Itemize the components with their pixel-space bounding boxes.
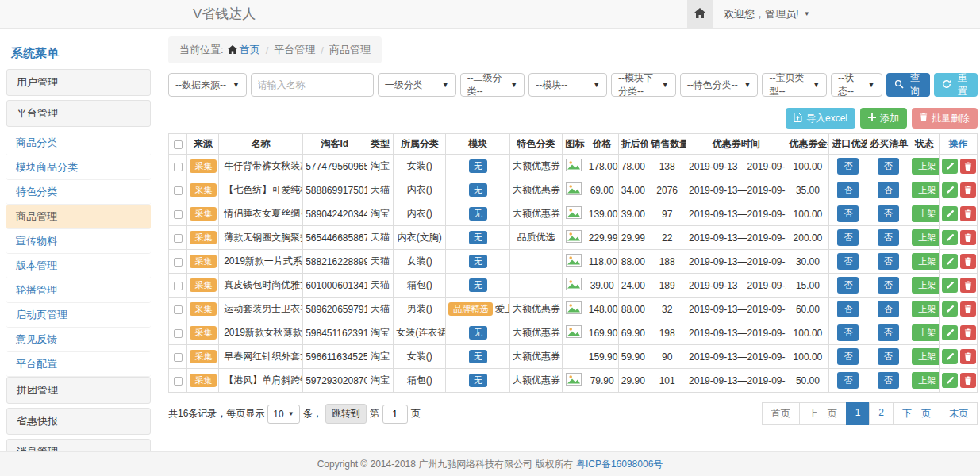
select-all-checkbox[interactable] — [174, 140, 183, 149]
must-buy-toggle[interactable]: 否 — [878, 372, 899, 389]
page-button[interactable]: 上一页 — [799, 402, 847, 425]
must-buy-toggle[interactable]: 否 — [878, 158, 899, 175]
must-buy-toggle[interactable]: 否 — [878, 301, 899, 317]
row-checkbox[interactable] — [174, 377, 183, 386]
import-select-toggle[interactable]: 否 — [837, 277, 859, 294]
status-toggle[interactable]: 上架 — [912, 205, 939, 222]
edit-button[interactable] — [942, 254, 958, 269]
must-buy-toggle[interactable]: 否 — [878, 253, 899, 270]
sidebar-item-group-buy-management[interactable]: 拼团管理 — [6, 377, 151, 404]
sidebar-item-goods-management[interactable]: 商品管理 — [6, 205, 151, 229]
import-select-toggle[interactable]: 否 — [837, 372, 859, 389]
status-toggle[interactable]: 上架 — [912, 182, 939, 198]
level2-category-select[interactable]: --二级分类--▼ — [460, 73, 525, 97]
level1-category-select[interactable]: 一级分类▼ — [378, 73, 456, 97]
must-buy-toggle[interactable]: 否 — [878, 205, 899, 222]
delete-button[interactable] — [960, 230, 976, 245]
page-button[interactable]: 1 — [846, 402, 870, 425]
delete-button[interactable] — [960, 182, 976, 198]
status-toggle[interactable]: 上架 — [912, 348, 939, 365]
feature-category-select[interactable]: --特色分类--▼ — [680, 73, 759, 97]
edit-button[interactable] — [942, 206, 958, 221]
home-button[interactable] — [687, 0, 713, 28]
delete-button[interactable] — [960, 301, 976, 317]
icp-link[interactable]: 粤ICP备16098006号 — [576, 458, 663, 471]
batch-delete-button[interactable]: 批量删除 — [912, 108, 978, 129]
sidebar-item-feature-category[interactable]: 特色分类 — [6, 180, 151, 205]
status-toggle[interactable]: 上架 — [912, 158, 939, 175]
breadcrumb-home-link[interactable]: 首页 — [228, 43, 260, 57]
delete-button[interactable] — [960, 159, 976, 174]
data-source-select[interactable]: --数据来源--▼ — [168, 73, 247, 97]
must-buy-toggle[interactable]: 否 — [878, 324, 899, 341]
edit-button[interactable] — [942, 182, 958, 198]
reset-button[interactable]: 重置 — [934, 73, 978, 97]
edit-button[interactable] — [942, 159, 958, 174]
delete-button[interactable] — [960, 325, 976, 340]
sidebar-item-user-management[interactable]: 用户管理 — [6, 69, 151, 96]
edit-button[interactable] — [942, 230, 958, 245]
status-toggle[interactable]: 上架 — [912, 229, 939, 246]
must-buy-toggle[interactable]: 否 — [878, 348, 899, 365]
sidebar-item-version-management[interactable]: 版本管理 — [6, 254, 151, 278]
status-toggle[interactable]: 上架 — [912, 372, 939, 389]
user-menu[interactable]: 欢迎您，管理员! ▼ — [713, 0, 821, 28]
status-select[interactable]: --状态--▼ — [831, 73, 882, 97]
sidebar-item-goods-category[interactable]: 商品分类 — [6, 131, 151, 155]
import-select-toggle[interactable]: 否 — [837, 301, 859, 317]
row-checkbox[interactable] — [174, 210, 183, 219]
edit-button[interactable] — [942, 301, 958, 317]
name-input[interactable] — [251, 73, 374, 97]
page-button[interactable]: 首页 — [762, 402, 800, 425]
delete-button[interactable] — [960, 206, 976, 221]
jump-button[interactable]: 跳转到 — [325, 404, 367, 424]
row-checkbox[interactable] — [174, 305, 183, 314]
status-toggle[interactable]: 上架 — [912, 301, 939, 317]
module-select[interactable]: --模块--▼ — [528, 73, 607, 97]
delete-button[interactable] — [960, 373, 976, 388]
row-checkbox[interactable] — [174, 353, 183, 362]
row-checkbox[interactable] — [174, 282, 183, 290]
sidebar-item-feedback[interactable]: 意见反馈 — [6, 328, 151, 352]
status-toggle[interactable]: 上架 — [912, 324, 939, 341]
sidebar-item-module-goods-category[interactable]: 模块商品分类 — [6, 155, 151, 180]
import-select-toggle[interactable]: 否 — [837, 205, 859, 222]
edit-button[interactable] — [942, 349, 958, 364]
add-button[interactable]: 添加 — [860, 108, 907, 129]
import-select-toggle[interactable]: 否 — [837, 324, 859, 341]
page-button[interactable]: 下一页 — [893, 402, 940, 425]
must-buy-toggle[interactable]: 否 — [878, 277, 899, 294]
sidebar-item-carousel-management[interactable]: 轮播管理 — [6, 278, 151, 303]
import-select-toggle[interactable]: 否 — [837, 348, 859, 365]
row-checkbox[interactable] — [174, 329, 183, 338]
per-page-select[interactable]: 10 ▼ — [267, 405, 299, 424]
import-select-toggle[interactable]: 否 — [837, 229, 859, 246]
must-buy-toggle[interactable]: 否 — [878, 229, 899, 246]
import-excel-button[interactable]: 导入excel — [786, 108, 855, 129]
delete-button[interactable] — [960, 349, 976, 364]
sidebar-item-savings-express[interactable]: 省惠快报 — [6, 408, 151, 435]
search-button[interactable]: 查询 — [886, 73, 930, 97]
page-number-input[interactable] — [382, 405, 408, 424]
edit-button[interactable] — [942, 373, 958, 388]
row-checkbox[interactable] — [174, 163, 183, 171]
edit-button[interactable] — [942, 325, 958, 340]
import-select-toggle[interactable]: 否 — [837, 158, 859, 175]
delete-button[interactable] — [960, 278, 976, 293]
sidebar-item-platform-config[interactable]: 平台配置 — [6, 352, 151, 377]
status-toggle[interactable]: 上架 — [912, 253, 939, 270]
row-checkbox[interactable] — [174, 258, 183, 267]
item-type-select[interactable]: --宝贝类型--▼ — [762, 73, 827, 97]
sidebar-item-promo-material[interactable]: 宣传物料 — [6, 229, 151, 254]
sidebar-item-splash-management[interactable]: 启动页管理 — [6, 303, 151, 328]
edit-button[interactable] — [942, 278, 958, 293]
delete-button[interactable] — [960, 254, 976, 269]
sidebar-item-platform-management[interactable]: 平台管理 — [6, 100, 151, 127]
row-checkbox[interactable] — [174, 234, 183, 243]
page-button[interactable]: 2 — [869, 402, 894, 425]
row-checkbox[interactable] — [174, 186, 183, 195]
import-select-toggle[interactable]: 否 — [837, 182, 859, 198]
module-subcategory-select[interactable]: --模块下分类--▼ — [611, 73, 676, 97]
status-toggle[interactable]: 上架 — [912, 277, 939, 294]
import-select-toggle[interactable]: 否 — [837, 253, 859, 270]
